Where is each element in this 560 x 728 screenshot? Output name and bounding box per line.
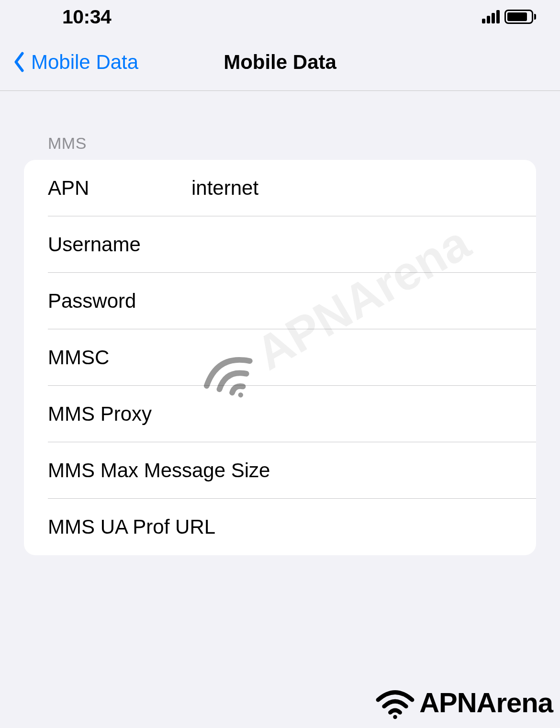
status-bar: 10:34: [0, 0, 560, 34]
row-username[interactable]: Username: [24, 216, 536, 273]
cellular-signal-icon: [482, 10, 500, 23]
page-title: Mobile Data: [224, 51, 336, 74]
battery-icon: [504, 10, 536, 24]
content-area: MMS APN Username Password MMSC MMS Proxy…: [0, 91, 560, 555]
wifi-icon: [375, 687, 415, 718]
row-mms-max-message-size[interactable]: MMS Max Message Size: [24, 442, 536, 499]
back-label: Mobile Data: [31, 51, 138, 74]
label-mms-max-message-size: MMS Max Message Size: [48, 459, 270, 482]
row-mms-proxy[interactable]: MMS Proxy: [24, 386, 536, 442]
label-username: Username: [48, 233, 191, 256]
input-username[interactable]: [191, 233, 517, 256]
footer-brand: APNArena: [375, 686, 553, 718]
input-password[interactable]: [191, 290, 517, 313]
label-apn: APN: [48, 177, 191, 200]
label-mms-ua-prof-url: MMS UA Prof URL: [48, 515, 215, 538]
label-mms-proxy: MMS Proxy: [48, 403, 152, 426]
section-header-mms: MMS: [24, 134, 536, 153]
status-indicators: [482, 10, 536, 24]
row-mmsc[interactable]: MMSC: [24, 329, 536, 386]
input-mms-proxy[interactable]: [152, 403, 517, 426]
status-time: 10:34: [62, 6, 111, 28]
label-mmsc: MMSC: [48, 346, 191, 369]
input-apn[interactable]: [191, 177, 517, 200]
label-password: Password: [48, 290, 191, 313]
row-password[interactable]: Password: [24, 273, 536, 329]
settings-group-mms: APN Username Password MMSC MMS Proxy MMS…: [24, 160, 536, 555]
row-mms-ua-prof-url[interactable]: MMS UA Prof URL: [24, 499, 536, 555]
footer-brand-text: APNArena: [419, 686, 553, 718]
navigation-bar: Mobile Data Mobile Data: [0, 34, 560, 91]
svg-point-1: [393, 715, 397, 719]
chevron-left-icon: [12, 51, 26, 73]
input-mms-ua-prof-url[interactable]: [215, 515, 517, 538]
row-apn[interactable]: APN: [24, 160, 536, 216]
back-button[interactable]: Mobile Data: [0, 51, 138, 74]
input-mms-max-message-size[interactable]: [270, 459, 523, 482]
input-mmsc[interactable]: [191, 346, 517, 369]
